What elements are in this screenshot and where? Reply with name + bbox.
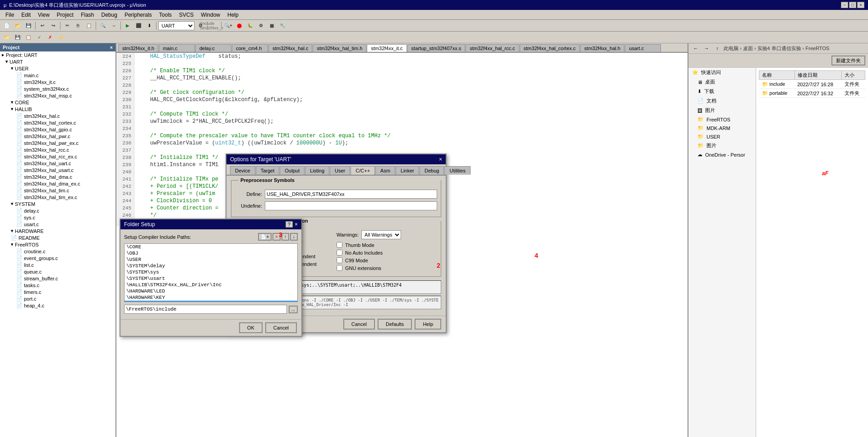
tree-readme[interactable]: 📄 README: [0, 234, 115, 241]
cut-btn[interactable]: ✂: [62, 21, 72, 31]
indent-btn[interactable]: →: [109, 21, 119, 31]
folder-ok-btn[interactable]: OK: [239, 322, 263, 333]
tree-project-root[interactable]: ▸ Project: UART: [0, 51, 115, 58]
folder-up-btn[interactable]: ↑: [282, 233, 289, 241]
options-help-btn[interactable]: Help: [415, 319, 441, 330]
folder-list-item-9[interactable]: \FreeRTOS\include: [125, 301, 297, 302]
folder-path-input[interactable]: [124, 305, 287, 314]
tree-main-c[interactable]: 📄 main.c: [0, 72, 115, 79]
close-btn[interactable]: ×: [857, 2, 864, 8]
tree-hal-tim-c[interactable]: 📄 stm32f4xx_hal_tim.c: [0, 187, 115, 194]
tb2-btn3[interactable]: ✗: [45, 33, 55, 42]
folder-list-item-8[interactable]: \HARDWARE\KEY: [125, 294, 297, 301]
grid-btn[interactable]: ▦: [267, 21, 277, 31]
dialog-tab-output[interactable]: Output: [280, 166, 305, 175]
tree-hal-rcc-c[interactable]: 📄 stm32f4xx_hal_rcc.c: [0, 146, 115, 153]
folder-list-item-2[interactable]: \USER: [125, 256, 297, 263]
settings-btn[interactable]: ⚙: [256, 21, 266, 31]
tree-hal-gpio-c[interactable]: 📄 stm32f4xx_hal_gpio.c: [0, 126, 115, 133]
folder-cancel-btn[interactable]: Cancel: [265, 322, 297, 333]
copy-btn[interactable]: ⎘: [73, 21, 83, 31]
folder-list-item-3[interactable]: \SYSTEM\delay: [125, 263, 297, 269]
folder-list-item-0[interactable]: \CORE: [125, 244, 297, 250]
tree-freertos-group[interactable]: ▾ FreeRTOS: [0, 241, 115, 248]
tree-hal-tim-ex-c[interactable]: 📄 stm32f4xx_hal_tim_ex.c: [0, 194, 115, 200]
tree-uart[interactable]: ▾ UART: [0, 58, 115, 65]
tree-heap4-c[interactable]: 📄 heap_4.c: [0, 302, 115, 309]
nav-back-btn[interactable]: ←: [691, 44, 700, 52]
quick-item-1[interactable]: 🖥 桌面: [688, 77, 756, 87]
undo-btn[interactable]: ↩: [37, 21, 47, 31]
col-date[interactable]: 修改日期: [794, 71, 842, 80]
debug2-btn[interactable]: 🐛: [245, 21, 255, 31]
options-defaults-btn[interactable]: Defaults: [378, 319, 412, 330]
quick-item-9[interactable]: ☁ OneDrive - Persor: [688, 150, 756, 159]
folder-delete-btn[interactable]: ×: [272, 233, 281, 241]
tab-stm32-it-c[interactable]: stm32f4xx_it.c: [367, 44, 406, 52]
tree-user-group[interactable]: ▾ USER: [0, 65, 115, 72]
menu-peripherals[interactable]: Peripherals: [121, 11, 156, 19]
tree-hal-dma-c[interactable]: 📄 stm32f4xx_hal_dma.c: [0, 173, 115, 180]
file-row-portable[interactable]: 📁 portable 2022/7/27 16:32 文件夹: [759, 89, 865, 98]
redo-btn[interactable]: ↪: [48, 21, 58, 31]
folder-list-item-7[interactable]: \HARDWARE\LED: [125, 288, 297, 294]
folder-dialog-close[interactable]: ×: [295, 221, 298, 228]
dialog-tab-cc[interactable]: C/C++: [351, 166, 375, 175]
tree-hal-rcc-ex-c[interactable]: 📄 stm32f4xx_hal_rcc_ex.c: [0, 153, 115, 160]
folder-list-item-4[interactable]: \SYSTEM\sys: [125, 269, 297, 275]
dialog-tab-listing[interactable]: Listing: [305, 166, 329, 175]
menu-file[interactable]: File: [2, 11, 18, 19]
tree-stm32-it-c[interactable]: 📄 stm32f4xx_it.c: [0, 79, 115, 85]
menu-svcs[interactable]: SVCS: [175, 11, 198, 19]
tab-hal-c[interactable]: stm32f4xx_hal.c: [268, 44, 312, 52]
paste-btn[interactable]: 📋: [84, 21, 94, 31]
tree-croutine-c[interactable]: 📄 croutine.c: [0, 248, 115, 255]
tab-usart-c[interactable]: usart.c: [625, 44, 661, 52]
tb2-btn4[interactable]: ⚡: [56, 33, 66, 42]
tree-stream-buffer-c[interactable]: 📄 stream_buffer.c: [0, 275, 115, 282]
tb2-btn1[interactable]: 📋: [23, 33, 33, 42]
no-auto-includes-check[interactable]: [337, 250, 342, 256]
stop-btn[interactable]: ⬛: [134, 21, 143, 31]
break-btn[interactable]: ⬤: [234, 21, 244, 31]
tab-main-c[interactable]: main.c: [159, 44, 195, 52]
minimize-btn[interactable]: −: [841, 2, 848, 8]
options-dialog-close-btn[interactable]: ×: [439, 156, 442, 163]
menu-help[interactable]: Help: [224, 11, 242, 19]
options-cancel-btn[interactable]: Cancel: [343, 319, 375, 330]
dialog-tab-device[interactable]: Device: [230, 166, 255, 175]
tree-core-group[interactable]: ▾ CORE: [0, 99, 115, 106]
tab-stm32-it-h[interactable]: stm32f4xx_it.h: [118, 44, 158, 52]
tab-delay-c[interactable]: delay.c: [195, 44, 231, 52]
define-input[interactable]: [265, 190, 437, 199]
tree-hal-pwr-ex-c[interactable]: 📄 stm32f4xx_hal_pwr_ex.c: [0, 139, 115, 146]
download-btn[interactable]: ⬇: [144, 21, 154, 31]
tree-hal-pwr-c[interactable]: 📄 stm32f4xx_hal_pwr.c: [0, 133, 115, 139]
tab-hal-h[interactable]: stm32f4xx_hal.h: [580, 44, 624, 52]
tree-list-c[interactable]: 📄 list.c: [0, 261, 115, 268]
tab-core-cm4-h[interactable]: core_cm4.h: [232, 44, 268, 52]
tree-tasks-c[interactable]: 📄 tasks.c: [0, 282, 115, 288]
wrench-btn[interactable]: 🔧: [277, 21, 287, 31]
warnings-select[interactable]: All Warnings: [361, 230, 401, 239]
menu-project[interactable]: Project: [53, 11, 77, 19]
tree-delay-c[interactable]: 📄 delay.c: [0, 207, 115, 214]
quick-item-7[interactable]: 📁 USER: [688, 132, 756, 141]
folder-add-btn[interactable]: 📄+: [258, 233, 272, 241]
folder-list-item-1[interactable]: \OBJ: [125, 250, 297, 256]
tb2-btn2[interactable]: ✓: [34, 33, 44, 42]
thumb-mode-check[interactable]: [337, 242, 342, 248]
project-panel-close[interactable]: ×: [110, 45, 113, 50]
tree-hallib-group[interactable]: ▾ HALLIB: [0, 106, 115, 112]
quick-item-5[interactable]: 📁 FreeRTOS: [688, 115, 756, 124]
col-size[interactable]: 大小: [842, 71, 865, 80]
new-file-btn[interactable]: 📄: [2, 21, 12, 31]
tree-hal-usart-c[interactable]: 📄 stm32f4xx_hal_usart.c: [0, 167, 115, 173]
tree-port-c[interactable]: 📄 port.c: [0, 295, 115, 302]
menu-flash[interactable]: Flash: [77, 11, 97, 19]
folder-down-btn[interactable]: ↓: [290, 233, 298, 241]
menu-edit[interactable]: Edit: [18, 11, 34, 19]
quick-item-0[interactable]: ⭐ 快速访问: [688, 68, 756, 77]
tab-startup-s[interactable]: startup_stm32f407xx.s: [407, 44, 466, 52]
quick-item-3[interactable]: 📄 文档: [688, 96, 756, 106]
